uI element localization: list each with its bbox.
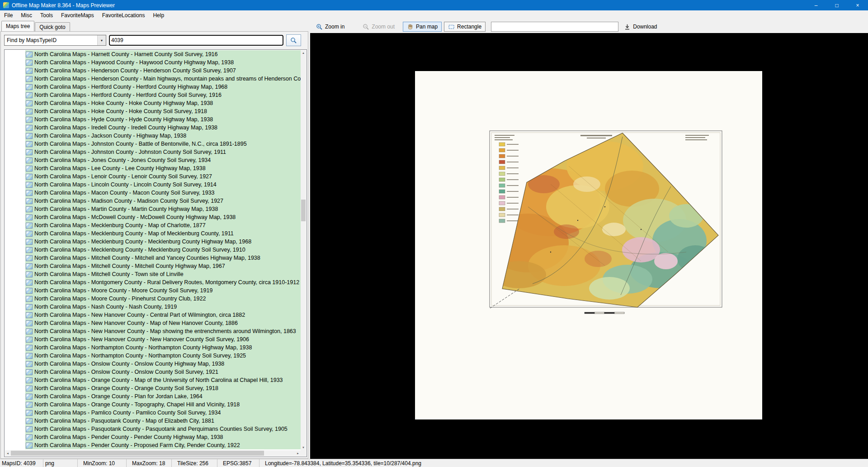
vertical-scrollbar[interactable]: ▲ ▼ xyxy=(301,50,306,450)
list-item[interactable]: North Carolina Maps - New Hanover County… xyxy=(5,327,301,335)
window-controls: – □ × xyxy=(806,0,868,10)
menu-item-favoritemaps[interactable]: FavoriteMaps xyxy=(57,10,98,20)
rectangle-label: Rectangle xyxy=(457,24,481,30)
list-item[interactable]: North Carolina Maps - Hoke County - Hoke… xyxy=(5,99,301,107)
search-button[interactable] xyxy=(286,34,301,46)
list-item[interactable]: North Carolina Maps - Orange County - Or… xyxy=(5,384,301,392)
list-item[interactable]: North Carolina Maps - Madison County - M… xyxy=(5,197,301,205)
zoom-out-button[interactable]: Zoom out xyxy=(361,22,396,32)
list-item[interactable]: North Carolina Maps - Northampton County… xyxy=(5,343,301,352)
menu-item-help[interactable]: Help xyxy=(149,10,168,20)
list-item-label: North Carolina Maps - Johnston County - … xyxy=(34,141,247,147)
status-cell-4: TileSize: 256 xyxy=(172,459,217,467)
list-item-label: North Carolina Maps - Orange County - Pl… xyxy=(34,393,203,400)
map-thumbnail-icon xyxy=(26,312,33,318)
tab-maps-tree[interactable]: Maps tree xyxy=(1,21,34,31)
zoom-in-button[interactable]: Zoom in xyxy=(314,22,346,32)
map-thumbnail-icon xyxy=(26,296,33,302)
vertical-scroll-thumb[interactable] xyxy=(301,200,306,221)
list-item[interactable]: North Carolina Maps - Northampton County… xyxy=(5,352,301,360)
list-item[interactable]: North Carolina Maps - Haywood County - H… xyxy=(5,58,301,67)
list-item[interactable]: North Carolina Maps - Lincoln County - L… xyxy=(5,181,301,189)
horizontal-scrollbar[interactable]: ◄ ► xyxy=(5,450,301,456)
list-item[interactable]: North Carolina Maps - Pender County - Pe… xyxy=(5,433,301,441)
horizontal-scroll-thumb[interactable] xyxy=(11,451,264,456)
list-item[interactable]: North Carolina Maps - Mecklenburg County… xyxy=(5,221,301,229)
menu-item-favoritelocations[interactable]: FavoriteLocations xyxy=(98,10,149,20)
list-item[interactable]: North Carolina Maps - Montgomery County … xyxy=(5,278,301,286)
download-button[interactable]: Download xyxy=(622,22,659,32)
list-item[interactable]: North Carolina Maps - Henderson County -… xyxy=(5,75,301,83)
scroll-right-arrow-icon[interactable]: ► xyxy=(295,450,301,456)
list-item[interactable]: North Carolina Maps - Hertford County - … xyxy=(5,91,301,99)
list-item[interactable]: North Carolina Maps - Orange County - Ma… xyxy=(5,376,301,384)
list-item[interactable]: North Carolina Maps - Orange County - Pl… xyxy=(5,392,301,400)
list-item[interactable]: North Carolina Maps - Hertford County - … xyxy=(5,83,301,91)
scroll-left-arrow-icon[interactable]: ◄ xyxy=(5,450,10,456)
scroll-up-arrow-icon[interactable]: ▲ xyxy=(301,50,306,56)
list-item-highlight: North Carolina Maps - Johnston County - … xyxy=(25,140,301,148)
status-cell-2: MinZoom: 10 xyxy=(78,459,127,467)
list-item[interactable]: North Carolina Maps - Hyde County - Hyde… xyxy=(5,115,301,124)
list-item[interactable]: North Carolina Maps - Martin County - Ma… xyxy=(5,205,301,213)
list-item[interactable]: North Carolina Maps - Pamlico County - P… xyxy=(5,409,301,417)
menu-item-tools[interactable]: Tools xyxy=(36,10,57,20)
list-item[interactable]: North Carolina Maps - Onslow County - On… xyxy=(5,360,301,368)
tab-quick-goto[interactable]: Quick goto xyxy=(35,22,70,31)
list-item[interactable]: North Carolina Maps - McDowell County - … xyxy=(5,213,301,221)
list-item[interactable]: North Carolina Maps - Orange County - To… xyxy=(5,400,301,409)
list-item-highlight: North Carolina Maps - Harnett County - H… xyxy=(25,50,301,58)
find-by-dropdown[interactable]: Find by MapsTypeID ▼ xyxy=(4,35,106,46)
toolbar-address-input[interactable] xyxy=(491,22,618,32)
list-item[interactable]: North Carolina Maps - Lee County - Lee C… xyxy=(5,164,301,172)
list-item[interactable]: North Carolina Maps - Jones County - Jon… xyxy=(5,156,301,164)
list-item-label: North Carolina Maps - Pasquotank County … xyxy=(34,418,214,424)
list-item-highlight: North Carolina Maps - Montgomery County … xyxy=(25,278,301,286)
scroll-down-arrow-icon[interactable]: ▼ xyxy=(301,445,306,450)
list-item[interactable]: North Carolina Maps - Pasquotank County … xyxy=(5,417,301,425)
list-item[interactable]: North Carolina Maps - Henderson County -… xyxy=(5,67,301,75)
list-item[interactable]: North Carolina Maps - Moore County - Pin… xyxy=(5,295,301,303)
maximize-button[interactable]: □ xyxy=(826,0,847,10)
map-page xyxy=(415,71,762,419)
list-item[interactable]: North Carolina Maps - Pender County - Pr… xyxy=(5,441,301,449)
list-item[interactable]: North Carolina Maps - New Hanover County… xyxy=(5,311,301,319)
list-item[interactable]: North Carolina Maps - Harnett County - H… xyxy=(5,50,301,58)
list-item[interactable]: North Carolina Maps - Jackson County - H… xyxy=(5,132,301,140)
list-item[interactable]: North Carolina Maps - New Hanover County… xyxy=(5,319,301,327)
list-item[interactable]: North Carolina Maps - Nash County - Nash… xyxy=(5,303,301,311)
pan-map-button[interactable]: Pan map xyxy=(403,22,442,32)
close-button[interactable]: × xyxy=(847,0,868,10)
menu-item-file[interactable]: File xyxy=(0,10,17,20)
list-item[interactable]: North Carolina Maps - Johnston County - … xyxy=(5,140,301,148)
list-item[interactable]: North Carolina Maps - Macon County - Mac… xyxy=(5,189,301,197)
search-input[interactable] xyxy=(109,35,283,46)
list-item[interactable]: North Carolina Maps - Mitchell County - … xyxy=(5,270,301,278)
list-item[interactable]: North Carolina Maps - Iredell County - I… xyxy=(5,124,301,132)
menu-item-misc[interactable]: Misc xyxy=(17,10,36,20)
map-scale-bar xyxy=(585,312,624,314)
list-item[interactable]: North Carolina Maps - Mitchell County - … xyxy=(5,254,301,262)
list-item[interactable]: North Carolina Maps - New Hanover County… xyxy=(5,335,301,343)
dropdown-arrow-icon[interactable]: ▼ xyxy=(97,35,106,45)
list-item[interactable]: North Carolina Maps - Mecklenburg County… xyxy=(5,238,301,246)
list-item[interactable]: North Carolina Maps - Moore County - Moo… xyxy=(5,286,301,295)
rectangle-button[interactable]: Rectangle xyxy=(444,22,486,32)
list-item-label: North Carolina Maps - Mecklenburg County… xyxy=(34,247,245,253)
list-item[interactable]: North Carolina Maps - Mecklenburg County… xyxy=(5,229,301,238)
list-item-highlight: North Carolina Maps - Mitchell County - … xyxy=(25,254,301,262)
list-item[interactable]: North Carolina Maps - Pasquotank County … xyxy=(5,425,301,433)
minimize-button[interactable]: – xyxy=(806,0,826,10)
list-item[interactable]: North Carolina Maps - Johnston County - … xyxy=(5,148,301,156)
list-item-label: North Carolina Maps - Pender County - Pr… xyxy=(34,442,240,448)
list-item[interactable]: North Carolina Maps - Hoke County - Hoke… xyxy=(5,107,301,115)
map-canvas[interactable] xyxy=(310,33,868,459)
map-thumbnail-icon xyxy=(26,418,33,424)
list-item-label: North Carolina Maps - Lenoir County - Le… xyxy=(34,173,212,180)
list-item[interactable]: North Carolina Maps - Mecklenburg County… xyxy=(5,246,301,254)
list-item[interactable]: North Carolina Maps - Onslow County - On… xyxy=(5,368,301,376)
list-item-highlight: North Carolina Maps - Mecklenburg County… xyxy=(25,238,301,246)
list-item[interactable]: North Carolina Maps - Lenoir County - Le… xyxy=(5,172,301,181)
list-item-label: North Carolina Maps - Hertford County - … xyxy=(34,92,222,98)
list-item[interactable]: North Carolina Maps - Mitchell County - … xyxy=(5,262,301,270)
